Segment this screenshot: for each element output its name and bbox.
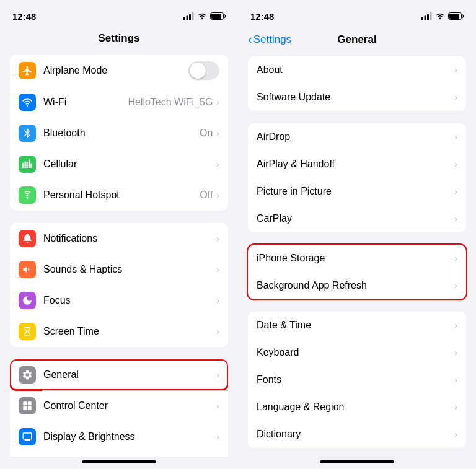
bluetooth-chevron: ›	[216, 128, 219, 138]
battery-icon-right	[448, 12, 464, 20]
carplay-label: CarPlay	[257, 213, 454, 224]
focus-label: Focus	[43, 295, 216, 306]
svg-point-7	[27, 105, 28, 107]
right-item-airdrop[interactable]: AirDrop ›	[248, 123, 466, 151]
right-item-about[interactable]: About ›	[248, 56, 466, 84]
settings-group-1: Airplane Mode Wi-Fi	[0, 55, 238, 211]
wifi-value: HelloTech WiFi_5G	[128, 97, 213, 108]
right-item-dictionary[interactable]: Dictionary ›	[248, 421, 466, 448]
airplane-label: Airplane Mode	[43, 65, 188, 76]
settings-item-hotspot[interactable]: Personal Hotspot Off ›	[10, 180, 228, 211]
settings-item-controlcenter[interactable]: Control Center ›	[10, 390, 228, 421]
cellular-chevron: ›	[216, 159, 219, 169]
right-group-2: AirDrop › AirPlay & Handoff › Picture in…	[238, 123, 476, 232]
back-button[interactable]: ‹ Settings	[248, 32, 291, 46]
bell-svg	[22, 233, 33, 244]
svg-rect-19	[425, 16, 426, 20]
display-svg	[22, 431, 33, 442]
controlcenter-svg	[22, 400, 33, 411]
hotspot-chevron: ›	[216, 190, 219, 200]
hotspot-svg	[22, 190, 33, 201]
notifications-icon	[19, 230, 36, 247]
settings-item-bluetooth[interactable]: Bluetooth On ›	[10, 118, 228, 149]
settings-item-cellular[interactable]: Cellular ›	[10, 149, 228, 180]
settings-list-3: General › Control Center ›	[10, 359, 228, 457]
signal-icon	[183, 12, 194, 20]
settings-item-display[interactable]: Display & Brightness ›	[10, 421, 228, 452]
settings-item-airplane[interactable]: Airplane Mode	[10, 55, 228, 87]
bluetooth-svg	[22, 128, 33, 139]
languageregion-label: Language & Region	[257, 401, 454, 413]
right-list-4: Date & Time › Keyboard › Fonts › Languag…	[248, 312, 466, 448]
svg-rect-3	[192, 12, 194, 20]
bluetooth-value: On	[200, 128, 213, 139]
svg-rect-9	[23, 401, 27, 405]
settings-group-2: Notifications › Sounds & Haptics ›	[0, 223, 238, 347]
airplane-svg	[22, 65, 33, 76]
general-chevron: ›	[216, 370, 219, 380]
sounds-label: Sounds & Haptics	[43, 264, 216, 275]
right-item-datetime[interactable]: Date & Time ›	[248, 312, 466, 339]
right-item-iphonestorage[interactable]: iPhone Storage ›	[248, 245, 466, 272]
display-icon	[19, 428, 36, 445]
general-scroll[interactable]: About › Software Update › AirDrop › AirP…	[238, 51, 476, 457]
svg-rect-11	[23, 406, 27, 410]
right-item-softwareupdate[interactable]: Software Update ›	[248, 84, 466, 111]
right-list-3: iPhone Storage › Background App Refresh …	[248, 245, 466, 299]
backgroundapprefresh-chevron: ›	[454, 281, 457, 291]
airplane-icon	[19, 62, 36, 79]
right-item-carplay[interactable]: CarPlay ›	[248, 205, 466, 232]
display-label: Display & Brightness	[43, 431, 216, 442]
home-bar-right	[320, 460, 394, 463]
settings-item-focus[interactable]: Focus ›	[10, 285, 228, 316]
general-title: General	[337, 33, 376, 46]
screentime-label: Screen Time	[43, 326, 216, 337]
settings-item-notifications[interactable]: Notifications ›	[10, 223, 228, 254]
signal-icon-right	[421, 12, 432, 20]
settings-item-general[interactable]: General ›	[10, 359, 228, 390]
speaker-svg	[22, 264, 33, 275]
settings-scroll[interactable]: Airplane Mode Wi-Fi	[0, 50, 238, 457]
notifications-chevron: ›	[216, 234, 219, 243]
about-chevron: ›	[454, 65, 457, 75]
airplane-toggle[interactable]	[188, 61, 219, 80]
fonts-label: Fonts	[257, 374, 454, 385]
pictureinpicture-chevron: ›	[454, 186, 457, 196]
svg-rect-6	[211, 14, 221, 19]
status-bar-right: 12:48	[238, 0, 476, 27]
settings-item-screentime[interactable]: Screen Time ›	[10, 316, 228, 347]
settings-item-sounds[interactable]: Sounds & Haptics ›	[10, 254, 228, 285]
settings-item-homescreen[interactable]: Home Screen ›	[10, 452, 228, 457]
dictionary-chevron: ›	[454, 429, 457, 439]
right-item-backgroundapprefresh[interactable]: Background App Refresh ›	[248, 272, 466, 299]
right-item-keyboard[interactable]: Keyboard ›	[248, 339, 466, 366]
home-indicator-left	[0, 457, 238, 469]
svg-point-4	[201, 18, 203, 19]
settings-header: Settings	[0, 27, 238, 50]
general-label: General	[43, 369, 216, 380]
airplay-chevron: ›	[454, 159, 457, 169]
left-phone: 12:48 Settings	[0, 0, 238, 469]
status-bar-left: 12:48	[0, 0, 238, 27]
right-item-airplay[interactable]: AirPlay & Handoff ›	[248, 151, 466, 178]
back-label: Settings	[253, 33, 291, 46]
settings-item-wifi[interactable]: Wi-Fi HelloTech WiFi_5G ›	[10, 87, 228, 118]
svg-rect-1	[187, 16, 188, 20]
time-right: 12:48	[250, 11, 274, 22]
right-group-1: About › Software Update ›	[238, 56, 476, 111]
right-item-languageregion[interactable]: Language & Region ›	[248, 393, 466, 421]
datetime-chevron: ›	[454, 320, 457, 330]
right-group-4: Date & Time › Keyboard › Fonts › Languag…	[238, 312, 476, 448]
right-item-pictureinpicture[interactable]: Picture in Picture ›	[248, 178, 466, 205]
battery-icon	[210, 12, 226, 20]
status-icons-left	[183, 12, 226, 20]
right-group-3: iPhone Storage › Background App Refresh …	[238, 245, 476, 299]
right-item-fonts[interactable]: Fonts ›	[248, 366, 466, 393]
general-icon	[19, 366, 36, 384]
wifi-svg	[22, 97, 33, 108]
controlcenter-icon	[19, 397, 36, 414]
bluetooth-label: Bluetooth	[43, 128, 200, 139]
cellular-icon	[19, 156, 36, 173]
focus-chevron: ›	[216, 296, 219, 305]
datetime-label: Date & Time	[257, 320, 454, 331]
